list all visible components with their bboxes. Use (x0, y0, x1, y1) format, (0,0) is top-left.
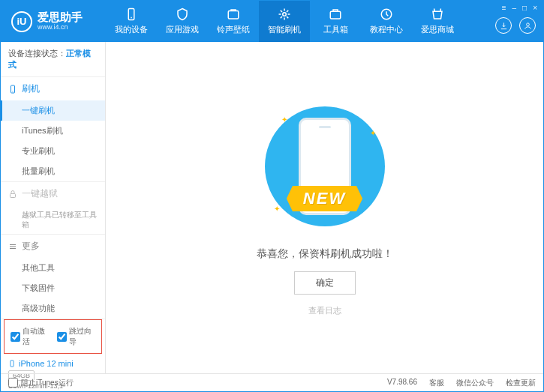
svg-point-3 (283, 13, 287, 16)
minimize-button[interactable]: – (511, 4, 518, 12)
jailbreak-note: 越狱工具已转移至工具箱 (1, 205, 105, 234)
flash-item-1[interactable]: iTunes刷机 (1, 121, 105, 141)
download-icon[interactable] (495, 17, 512, 34)
nav-4[interactable]: 工具箱 (310, 1, 361, 42)
header-right-buttons (495, 17, 536, 34)
auto-activate-checkbox[interactable]: 自动激活 (11, 326, 50, 347)
logo-icon: iU (11, 11, 32, 32)
new-ribbon: NEW (287, 186, 362, 211)
more-item-0[interactable]: 其他工具 (1, 258, 105, 278)
close-button[interactable]: × (531, 4, 539, 12)
user-icon[interactable] (519, 17, 536, 34)
sidebar-group-more[interactable]: 更多 (1, 235, 105, 258)
flash-item-0[interactable]: 一键刷机 (1, 100, 105, 121)
footer-link-update[interactable]: 检查更新 (506, 378, 536, 388)
ok-button[interactable]: 确定 (294, 271, 356, 295)
window-buttons: ≡–□× (500, 4, 539, 12)
footer-link-support[interactable]: 客服 (429, 378, 444, 388)
lock-icon (8, 190, 17, 199)
flash-item-3[interactable]: 批量刷机 (1, 161, 105, 181)
nav-1[interactable]: 应用游戏 (157, 1, 208, 42)
brand-url: www.i4.cn (38, 24, 83, 31)
device-icon (8, 358, 16, 369)
success-illustration: ✦✦✦ NEW (250, 99, 400, 234)
nav-5[interactable]: 教程中心 (361, 1, 412, 42)
nav-2[interactable]: 铃声壁纸 (208, 1, 259, 42)
sidebar-group-jailbreak[interactable]: 一键越狱 (1, 182, 105, 205)
svg-rect-13 (11, 361, 14, 367)
menu-button[interactable]: ≡ (500, 4, 508, 12)
brand-name: 爱思助手 (38, 11, 83, 24)
footer-link-wechat[interactable]: 微信公众号 (456, 378, 494, 388)
nav-0[interactable]: 我的设备 (106, 1, 157, 42)
block-itunes-checkbox[interactable]: 阻止iTunes运行 (8, 378, 74, 388)
title-bar: iU 爱思助手 www.i4.cn 我的设备应用游戏铃声壁纸智能刷机工具箱教程中… (1, 1, 543, 42)
svg-rect-9 (11, 193, 16, 197)
options-row: 自动激活 跳过向导 (4, 319, 102, 354)
phone-icon (8, 85, 17, 94)
view-log-link[interactable]: 查看日志 (308, 305, 341, 316)
svg-rect-2 (228, 11, 239, 19)
version-label: V7.98.66 (387, 378, 417, 388)
top-nav: 我的设备应用游戏铃声壁纸智能刷机工具箱教程中心爱思商城 (106, 1, 463, 42)
footer: 阻止iTunes运行 V7.98.66 客服 微信公众号 检查更新 (1, 373, 543, 391)
main-content: ✦✦✦ NEW 恭喜您，保资料刷机成功啦！ 确定 查看日志 (106, 42, 543, 373)
svg-rect-4 (330, 11, 341, 19)
nav-3[interactable]: 智能刷机 (259, 1, 310, 42)
success-message: 恭喜您，保资料刷机成功啦！ (257, 247, 393, 261)
sidebar: 设备连接状态：正常模式 刷机 一键刷机iTunes刷机专业刷机批量刷机 一键越狱… (1, 42, 106, 373)
flash-item-2[interactable]: 专业刷机 (1, 141, 105, 161)
maximize-button[interactable]: □ (521, 4, 528, 12)
svg-point-6 (526, 22, 529, 25)
sidebar-group-flash[interactable]: 刷机 (1, 77, 105, 100)
connection-status: 设备连接状态：正常模式 (1, 42, 105, 77)
nav-6[interactable]: 爱思商城 (412, 1, 463, 42)
more-item-2[interactable]: 高级功能 (1, 298, 105, 319)
menu-icon (8, 242, 17, 251)
skip-guide-checkbox[interactable]: 跳过向导 (57, 326, 96, 347)
more-item-1[interactable]: 下载固件 (1, 278, 105, 298)
app-logo: iU 爱思助手 www.i4.cn (1, 11, 106, 32)
